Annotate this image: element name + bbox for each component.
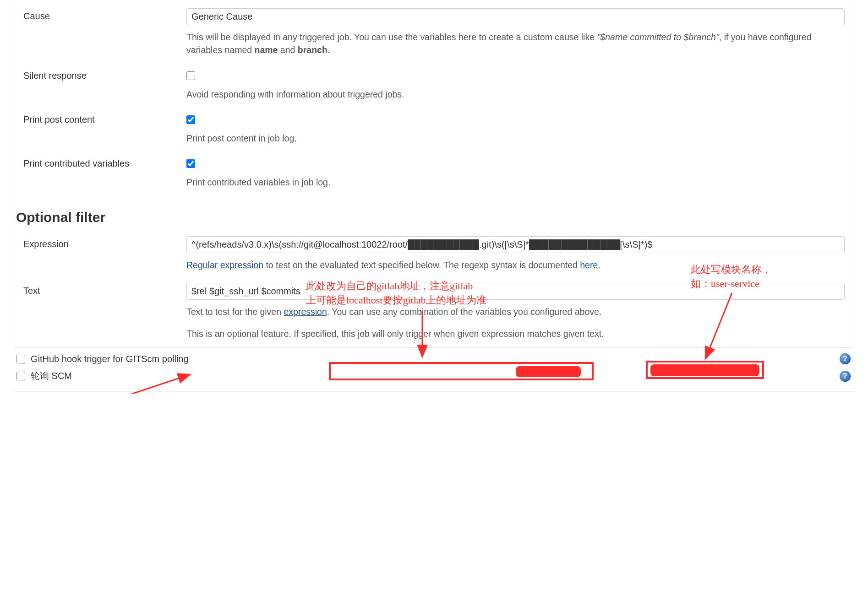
silent-response-checkbox[interactable]: [186, 71, 195, 80]
text-label: Text: [23, 283, 186, 296]
divider: [14, 391, 854, 392]
expression-input[interactable]: [186, 236, 845, 253]
github-hook-checkbox[interactable]: [16, 355, 25, 363]
expression-help: Regular expression to test on the evalua…: [186, 259, 845, 271]
cause-input[interactable]: [186, 8, 845, 25]
expression-link[interactable]: expression: [284, 307, 327, 317]
cause-help: This will be displayed in any triggered …: [186, 31, 845, 57]
silent-response-help: Avoid responding with information about …: [186, 88, 845, 101]
print-post-help: Print post content in job log.: [186, 132, 845, 145]
optional-filter-heading: Optional filter: [14, 196, 854, 233]
cause-label: Cause: [23, 8, 186, 22]
help-icon[interactable]: ?: [840, 353, 851, 364]
text-input[interactable]: [186, 283, 845, 300]
optional-filter-note: This is an optional feature. If specifie…: [186, 327, 845, 340]
poll-scm-label: 轮询 SCM: [31, 370, 72, 382]
print-post-label: Print post content: [23, 112, 186, 125]
help-icon[interactable]: ?: [840, 371, 851, 382]
print-vars-help: Print contributed variables in job log.: [186, 176, 845, 189]
config-panel: Cause This will be displayed in any trig…: [14, 0, 854, 348]
print-vars-label: Print contributed variables: [23, 156, 186, 169]
print-post-checkbox[interactable]: [186, 115, 195, 124]
text-help: Text to test for the given expression. Y…: [186, 305, 845, 318]
silent-response-label: Silent response: [23, 68, 186, 81]
print-vars-checkbox[interactable]: [186, 159, 195, 168]
here-link[interactable]: here: [580, 260, 598, 270]
poll-scm-checkbox[interactable]: [16, 372, 25, 380]
expression-label: Expression: [23, 236, 186, 249]
regex-link[interactable]: Regular expression: [186, 260, 263, 270]
github-hook-label: GitHub hook trigger for GITScm polling: [31, 354, 189, 364]
